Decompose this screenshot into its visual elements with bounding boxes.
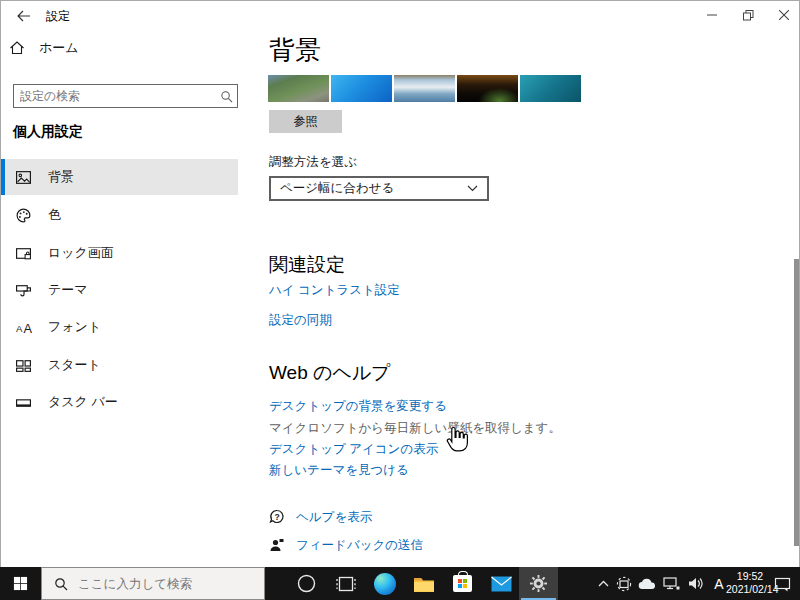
lock-screen-icon — [15, 245, 32, 262]
tray-time: 19:52 — [726, 570, 774, 583]
sidebar-section-title: 個人用設定 — [13, 123, 83, 141]
close-button[interactable] — [766, 1, 800, 29]
high-contrast-link[interactable]: ハイ コントラスト設定 — [269, 282, 400, 299]
related-settings-header: 関連設定 — [269, 252, 345, 278]
background-thumbnail[interactable] — [394, 75, 455, 102]
web-help-header: Web のヘルプ — [269, 360, 391, 386]
sidebar-item-background[interactable]: 背景 — [1, 159, 238, 195]
mail-button[interactable] — [482, 567, 521, 600]
desktop-icons-link[interactable]: デスクトップ アイコンの表示 — [269, 441, 438, 458]
sidebar-item-label: 色 — [48, 206, 61, 224]
taskbar-icon — [15, 394, 32, 411]
send-feedback-row[interactable]: フィードバックの送信 — [269, 536, 423, 554]
onedrive-cloud-icon[interactable] — [636, 567, 658, 600]
edge-icon — [374, 573, 396, 595]
fit-method-selected-value: ページ幅に合わせる — [280, 180, 394, 197]
tray-chevron-up-icon[interactable] — [592, 567, 614, 600]
page-title: 背景 — [269, 33, 321, 68]
cortana-icon — [297, 574, 316, 593]
volume-icon[interactable] — [685, 567, 707, 600]
taskbar-search-box[interactable] — [41, 567, 265, 600]
tray-device-icon[interactable] — [613, 567, 635, 600]
search-icon — [215, 90, 237, 103]
settings-search-box[interactable] — [13, 84, 238, 108]
settings-taskbar-button[interactable] — [519, 567, 558, 600]
start-tiles-icon — [15, 357, 32, 374]
mouse-cursor — [446, 425, 468, 453]
sidebar-item-label: タスク バー — [48, 393, 118, 411]
web-help-description: マイクロソフトから毎日新しい壁紙を取得します。 — [269, 420, 561, 437]
sidebar-item-home[interactable]: ホーム — [9, 34, 189, 62]
sidebar-item-start[interactable]: スタート — [1, 347, 238, 383]
home-icon — [9, 40, 25, 56]
sidebar-item-taskbar[interactable]: タスク バー — [1, 384, 238, 420]
mail-icon — [491, 576, 512, 592]
palette-icon — [15, 207, 32, 224]
background-thumbnail[interactable] — [268, 75, 329, 102]
svg-text:?: ? — [275, 512, 280, 522]
settings-gear-icon — [529, 574, 548, 593]
sidebar-item-lock-screen[interactable]: ロック画面 — [1, 235, 238, 271]
taskbar-search-input[interactable] — [78, 577, 238, 591]
fit-method-label: 調整方法を選ぶ — [269, 154, 357, 171]
chevron-down-icon — [467, 185, 478, 192]
action-center-icon — [774, 576, 791, 592]
change-desktop-bg-link[interactable]: デスクトップの背景を変更する — [269, 398, 447, 415]
background-thumbnail[interactable] — [331, 75, 392, 102]
settings-search-input[interactable] — [14, 89, 215, 103]
image-icon — [15, 169, 32, 186]
file-explorer-icon — [413, 575, 435, 593]
edge-button[interactable] — [365, 567, 404, 600]
svg-text:A: A — [24, 320, 33, 335]
feedback-person-icon — [269, 537, 285, 553]
sidebar-item-label: 背景 — [48, 168, 74, 186]
scrollbar-thumb[interactable] — [794, 259, 799, 546]
sidebar-item-label: スタート — [48, 356, 101, 374]
sync-settings-link[interactable]: 設定の同期 — [269, 312, 332, 329]
action-center-button[interactable] — [768, 567, 796, 600]
sidebar-item-colors[interactable]: 色 — [1, 197, 238, 233]
sidebar-item-themes[interactable]: テーマ — [1, 272, 238, 308]
file-explorer-button[interactable] — [404, 567, 443, 600]
browse-button[interactable]: 参照 — [269, 110, 342, 133]
send-feedback-link[interactable]: フィードバックの送信 — [296, 537, 423, 554]
font-icon: AA — [15, 319, 32, 336]
tray-clock[interactable]: 19:52 2021/02/14 — [726, 570, 774, 596]
svg-text:A: A — [16, 322, 23, 333]
restore-button[interactable] — [730, 1, 766, 29]
sidebar-item-label: ロック画面 — [48, 244, 114, 262]
tray-date: 2021/02/14 — [726, 583, 774, 596]
taskbar: A 19:52 2021/02/14 — [0, 567, 800, 600]
taskbar-search-icon — [54, 577, 68, 591]
restore-icon — [743, 10, 754, 21]
minimize-icon — [707, 10, 717, 20]
home-label: ホーム — [39, 39, 79, 57]
background-thumbnail[interactable] — [520, 75, 581, 102]
find-themes-link[interactable]: 新しいテーマを見つける — [269, 462, 409, 479]
settings-window: 設定 ホーム 個人用設定 背景 色 ロック画面 テーマ AA フォント スタート… — [0, 0, 800, 567]
start-button[interactable] — [0, 567, 41, 600]
close-icon — [779, 10, 789, 20]
background-thumbnail[interactable] — [457, 75, 518, 102]
sidebar-item-label: フォント — [48, 318, 101, 336]
cortana-button[interactable] — [287, 567, 326, 600]
back-button[interactable] — [9, 4, 37, 28]
windows-logo-icon — [13, 576, 28, 591]
store-icon — [453, 575, 472, 592]
back-arrow-icon — [16, 10, 31, 22]
get-help-row[interactable]: ? ヘルプを表示 — [269, 508, 372, 526]
task-view-icon — [336, 576, 356, 592]
sidebar-item-label: テーマ — [48, 281, 88, 299]
selected-accent-bar — [1, 159, 5, 195]
sidebar-item-fonts[interactable]: AA フォント — [1, 309, 238, 345]
minimize-button[interactable] — [694, 1, 730, 29]
help-bubble-icon: ? — [269, 509, 285, 525]
window-title: 設定 — [46, 8, 70, 25]
network-icon[interactable] — [660, 567, 682, 600]
get-help-link[interactable]: ヘルプを表示 — [296, 509, 372, 526]
fit-method-dropdown[interactable]: ページ幅に合わせる — [269, 176, 489, 201]
store-button[interactable] — [443, 567, 482, 600]
task-view-button[interactable] — [326, 567, 365, 600]
theme-brush-icon — [15, 282, 32, 299]
